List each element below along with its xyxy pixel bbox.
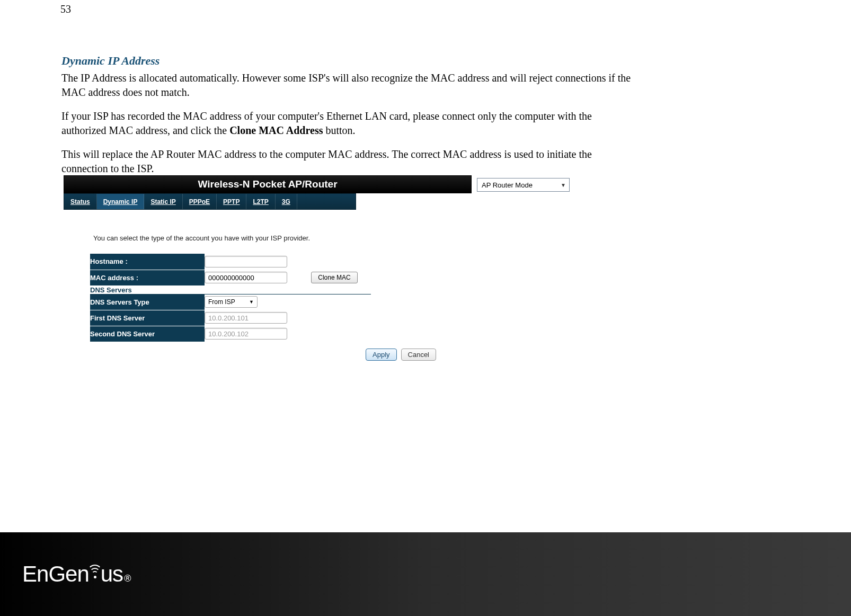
logo-part1: En (22, 561, 48, 587)
tab-static-ip[interactable]: Static IP (144, 194, 182, 209)
page-number: 53 (60, 3, 71, 15)
router-body: You can select the type of the account y… (64, 210, 466, 361)
logo-part2: Gen (48, 561, 88, 587)
router-header: Wireless-N Pocket AP/Router AP Router Mo… (64, 175, 472, 193)
mode-select-value: AP Router Mode (482, 181, 533, 189)
router-title: Wireless-N Pocket AP/Router (198, 178, 337, 190)
para2-bold: Clone MAC Address (229, 124, 323, 136)
paragraph-2: If your ISP has recorded the MAC address… (61, 109, 634, 138)
chevron-down-icon: ▼ (249, 299, 254, 305)
apply-button[interactable]: Apply (366, 349, 397, 361)
settings-table: Hostname : MAC address : Clone MAC DNS S… (90, 254, 371, 342)
tab-dynamic-ip[interactable]: Dynamic IP (97, 194, 145, 209)
hostname-input[interactable] (205, 256, 287, 267)
dns1-label: First DNS Server (90, 310, 205, 326)
section-title: Dynamic IP Address (61, 54, 634, 68)
paragraph-1: The IP Address is allocated automaticall… (61, 71, 634, 100)
wan-tabs: Status Dynamic IP Static IP PPPoE PPTP L… (64, 193, 356, 210)
tab-pppoe[interactable]: PPPoE (183, 194, 217, 209)
clone-mac-button[interactable]: Clone MAC (311, 272, 357, 283)
dns1-input (205, 312, 287, 324)
engenius-logo: EnGen us® (22, 561, 130, 587)
wifi-icon (88, 564, 102, 582)
cancel-button[interactable]: Cancel (401, 349, 436, 361)
registered-mark: ® (124, 573, 130, 584)
footer: EnGen us® (0, 532, 851, 616)
logo-part3: us (101, 561, 123, 587)
dns-type-value: From ISP (208, 298, 235, 306)
router-admin-screenshot: Wireless-N Pocket AP/Router AP Router Mo… (64, 175, 472, 361)
dns-type-select[interactable]: From ISP ▼ (205, 296, 258, 308)
para2-post: button. (323, 124, 355, 136)
chevron-down-icon: ▼ (561, 182, 566, 188)
tab-3g[interactable]: 3G (276, 194, 297, 209)
dns2-input (205, 328, 287, 340)
mac-label: MAC address : (90, 270, 205, 285)
dns2-label: Second DNS Server (90, 326, 205, 342)
dns-section-header: DNS Servers (90, 285, 371, 294)
tab-l2tp[interactable]: L2TP (246, 194, 275, 209)
mac-input[interactable] (205, 272, 287, 283)
dns-type-label: DNS Servers Type (90, 294, 205, 310)
tab-pptp[interactable]: PPTP (217, 194, 246, 209)
action-buttons: Apply Cancel (366, 349, 466, 361)
tab-status[interactable]: Status (64, 194, 97, 209)
hostname-label: Hostname : (90, 254, 205, 270)
paragraph-3: This will replace the AP Router MAC addr… (61, 147, 634, 176)
mode-select[interactable]: AP Router Mode ▼ (477, 178, 570, 192)
instruction-text: You can select the type of the account y… (93, 234, 466, 242)
doc-content: Dynamic IP Address The IP Address is all… (61, 54, 634, 185)
